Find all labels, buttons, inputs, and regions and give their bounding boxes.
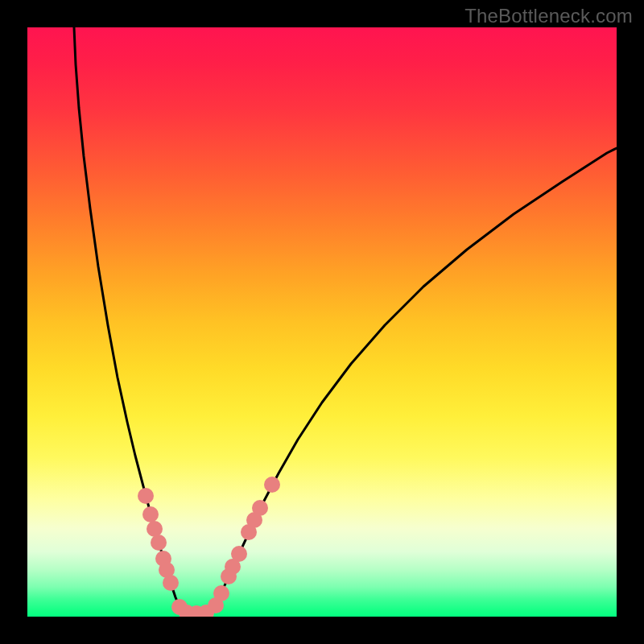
series-left-branch [74, 27, 183, 615]
marker-dot [231, 546, 247, 562]
curve-layer [27, 27, 617, 617]
scatter-dots [138, 477, 280, 617]
series-right-branch [211, 148, 617, 615]
marker-dot [163, 575, 179, 591]
marker-dot [138, 488, 154, 504]
marker-dot [142, 506, 159, 522]
plot-area [27, 27, 617, 617]
marker-dot [213, 585, 229, 601]
marker-dot [147, 521, 163, 537]
watermark-text: TheBottleneck.com [464, 5, 633, 27]
marker-dot [252, 500, 268, 516]
marker-dot [151, 535, 167, 551]
marker-dot [264, 477, 280, 493]
outer-frame: TheBottleneck.com [0, 0, 644, 644]
